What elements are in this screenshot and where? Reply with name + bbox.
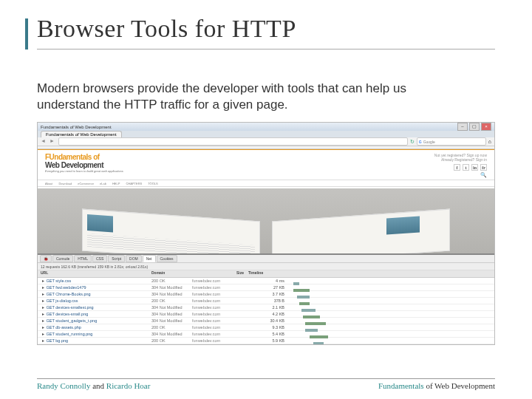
- twitter-icon[interactable]: t: [463, 164, 469, 171]
- menu-item[interactable]: Download: [58, 182, 72, 185]
- book-title-rest: of Web Development: [424, 381, 495, 390]
- book-left-page: [82, 209, 260, 253]
- devtools-bug-icon[interactable]: 🐞: [40, 255, 52, 262]
- site-menu: About Download eCommerce eLab HELP CHAPT…: [38, 180, 494, 187]
- col-timeline[interactable]: Timeline: [248, 270, 494, 277]
- tab-dom[interactable]: DOM: [126, 255, 142, 262]
- close-button[interactable]: ×: [481, 123, 491, 131]
- expand-icon[interactable]: ▸: [41, 279, 45, 283]
- menu-item[interactable]: TOOLS: [148, 182, 158, 185]
- book-graphic: [82, 209, 450, 253]
- menu-item[interactable]: eCommerce: [78, 182, 94, 185]
- search-placeholder: Google: [423, 140, 435, 144]
- address-bar[interactable]: [58, 137, 408, 146]
- net-rows: ▸ GET style.css200 OKfunwebdev.com4 ms▸ …: [38, 278, 494, 344]
- expand-icon[interactable]: ▸: [41, 318, 45, 323]
- site-logo: FUndamentals of Web Development Everythi…: [45, 153, 123, 178]
- footer-left: Randy Connolly and Ricardo Hoar: [37, 381, 150, 390]
- title-rule: [37, 49, 495, 50]
- net-row[interactable]: ▸ GET student_gadgets_t.png304 Not Modif…: [38, 318, 494, 324]
- flickr-icon[interactable]: fr: [480, 164, 487, 171]
- devtools-panel: 🐞 Console HTML CSS Script DOM Net Cookie…: [38, 253, 494, 344]
- nav-toolbar: ◄ ► ↻ G Google ⌂: [38, 137, 494, 146]
- net-row[interactable]: ▸ GET bg.png200 OKfunwebdev.com5.9 KB: [38, 338, 494, 344]
- search-box[interactable]: G Google: [417, 137, 486, 146]
- net-row[interactable]: ▸ GET devices-smallest.png304 Not Modifi…: [38, 304, 494, 311]
- net-row[interactable]: ▸ GET js-dialog.css200 OKfunwebdev.com37…: [38, 298, 494, 304]
- expand-icon[interactable]: ▸: [41, 305, 45, 310]
- forward-icon[interactable]: ►: [50, 138, 56, 145]
- home-icon[interactable]: ⌂: [488, 139, 491, 144]
- menu-item[interactable]: About: [45, 182, 52, 185]
- social-icons: f t in fr: [434, 164, 487, 171]
- browser-screenshot: Fundamentals of Web Development – ▢ × Fu…: [37, 122, 495, 345]
- signin-link[interactable]: Already Registered? Sign in: [434, 157, 487, 162]
- window-titlebar: Fundamentals of Web Development – ▢ ×: [38, 123, 494, 131]
- tab-bar: Fundamentals of Web Development: [38, 131, 494, 137]
- col-size[interactable]: Size: [218, 270, 248, 277]
- book-title-accent: Fundamentals: [378, 381, 424, 390]
- slide-title: Browser Tools for HTTP: [37, 15, 495, 43]
- page-content: FUndamentals of Web Development Everythi…: [38, 150, 494, 253]
- site-header: FUndamentals of Web Development Everythi…: [38, 150, 494, 180]
- menu-item[interactable]: CHAPTERS: [126, 182, 142, 185]
- footer-right: Fundamentals of Web Development: [378, 381, 495, 390]
- author-1: Randy Connolly: [37, 381, 90, 390]
- tab-cookies[interactable]: Cookies: [157, 255, 177, 262]
- footer-and: and: [90, 381, 106, 390]
- google-icon: G: [419, 140, 422, 144]
- net-header-row: URL Domain Size Timeline: [38, 270, 494, 278]
- col-domain[interactable]: Domain: [151, 270, 218, 277]
- menu-item[interactable]: HELP: [112, 182, 120, 185]
- browser-tab[interactable]: Fundamentals of Web Development: [41, 131, 122, 137]
- net-row[interactable]: ▸ GET db-assets.php200 OKfunwebdev.com9.…: [38, 324, 494, 331]
- expand-icon[interactable]: ▸: [41, 285, 45, 290]
- logo-line1: FUndamentals of: [45, 153, 100, 161]
- slide-body: Modern browsers provide the developer wi…: [37, 81, 421, 113]
- logo-line2: Web Development: [45, 161, 103, 169]
- expand-icon[interactable]: ▸: [41, 292, 45, 296]
- book-right-page: [272, 209, 450, 253]
- net-row[interactable]: ▸ GET fwd.webdev1479304 Not Modifiedfunw…: [38, 284, 494, 291]
- maximize-button[interactable]: ▢: [469, 123, 480, 131]
- net-row[interactable]: ▸ GET style.css200 OKfunwebdev.com4 ms: [38, 278, 494, 284]
- expand-icon[interactable]: ▸: [41, 312, 45, 316]
- menu-item[interactable]: eLab: [100, 182, 106, 185]
- tab-console[interactable]: Console: [52, 255, 73, 262]
- search-icon[interactable]: 🔍: [434, 172, 487, 178]
- tab-html[interactable]: HTML: [74, 255, 92, 262]
- linkedin-icon[interactable]: in: [471, 164, 478, 171]
- minimize-button[interactable]: –: [457, 123, 468, 131]
- hero-image: [38, 188, 494, 253]
- net-row[interactable]: ▸ GET devices-small.png304 Not Modifiedf…: [38, 311, 494, 318]
- header-right: Not yet registered? Sign up now Already …: [434, 153, 487, 178]
- slide-footer: Randy Connolly and Ricardo Hoar Fundamen…: [37, 378, 495, 390]
- logo-tagline: Everything you need to learn to build gr…: [45, 169, 123, 173]
- expand-icon[interactable]: ▸: [41, 338, 45, 343]
- tab-script[interactable]: Script: [108, 255, 125, 262]
- author-2: Ricardo Hoar: [106, 381, 151, 390]
- accent-bar: [25, 18, 28, 50]
- facebook-icon[interactable]: f: [454, 164, 460, 171]
- expand-icon[interactable]: ▸: [41, 325, 45, 330]
- reload-icon[interactable]: ↻: [410, 139, 415, 145]
- devtools-tabs: 🐞 Console HTML CSS Script DOM Net Cookie…: [38, 255, 494, 263]
- back-icon[interactable]: ◄: [41, 138, 47, 145]
- window-title-text: Fundamentals of Web Development: [41, 125, 112, 129]
- expand-icon[interactable]: ▸: [41, 299, 45, 303]
- col-url[interactable]: URL: [38, 270, 151, 277]
- net-row[interactable]: ▸ GET student_running.png304 Not Modifie…: [38, 331, 494, 338]
- devtools-summary: 12 requests 162.6 KB (transferred 159 KB…: [38, 263, 494, 270]
- expand-icon[interactable]: ▸: [41, 332, 45, 336]
- net-row[interactable]: ▸ GET Chrome-Books.png304 Not Modifiedfu…: [38, 291, 494, 298]
- tab-css[interactable]: CSS: [92, 255, 107, 262]
- tab-net[interactable]: Net: [143, 255, 156, 262]
- window-controls: – ▢ ×: [457, 123, 491, 131]
